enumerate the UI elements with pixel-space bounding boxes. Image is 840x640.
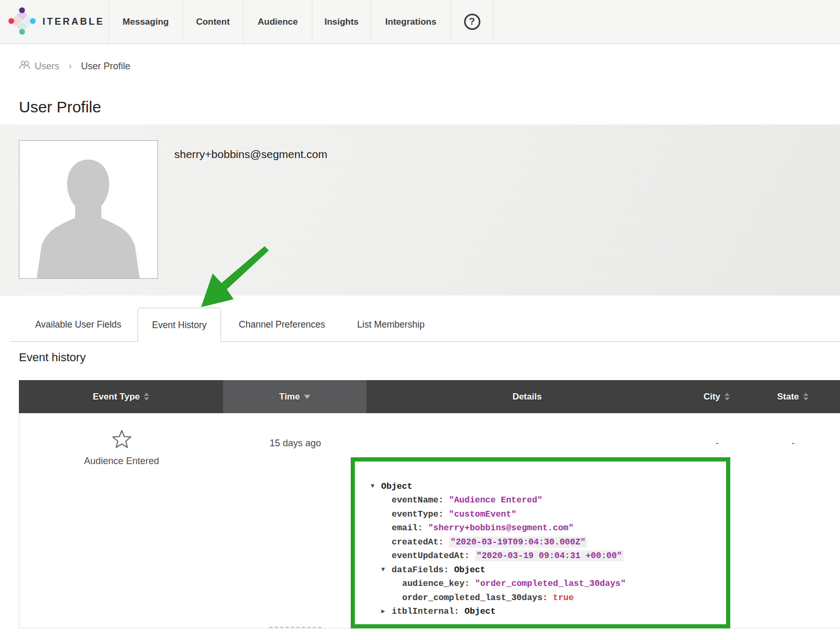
json-toggle-icon[interactable]: ▼ bbox=[381, 566, 392, 573]
json-toggle-icon[interactable]: ► bbox=[381, 608, 392, 615]
tab-channel-preferences[interactable]: Channel Preferences bbox=[221, 308, 343, 341]
nav-item-audience[interactable]: Audience bbox=[244, 0, 312, 44]
user-profile-page: ITERABLE MessagingContentAudienceInsight… bbox=[0, 0, 840, 640]
event-type-cell: Audience Entered bbox=[19, 413, 224, 628]
json-value: "order_completed_last_30days" bbox=[475, 579, 626, 589]
column-header-state[interactable]: State bbox=[746, 380, 840, 413]
json-toggle-icon[interactable]: ▼ bbox=[371, 482, 381, 490]
tab-list-membership[interactable]: List Membership bbox=[343, 308, 439, 341]
state-value: - bbox=[746, 413, 840, 628]
iterable-logo-icon bbox=[8, 7, 36, 37]
json-value: Object bbox=[454, 565, 485, 575]
json-line: createdAt: "2020-03-19T09:04:30.000Z" bbox=[371, 535, 726, 549]
column-header-city[interactable]: City bbox=[688, 380, 746, 413]
top-nav: ITERABLE MessagingContentAudienceInsight… bbox=[0, 0, 840, 44]
person-silhouette-icon bbox=[19, 141, 158, 278]
event-details-json: ▼ Object eventName: "Audience Entered" e… bbox=[351, 457, 730, 628]
breadcrumb-current: User Profile bbox=[81, 61, 130, 72]
json-line: eventName: "Audience Entered" bbox=[371, 494, 726, 508]
json-line: ▼ dataFields: Object bbox=[371, 563, 726, 577]
star-icon bbox=[112, 429, 132, 450]
json-value: "2020-03-19 09:04:31 +00:00" bbox=[475, 550, 624, 561]
json-value: "sherry+bobbins@segment.com" bbox=[428, 523, 573, 533]
column-label: City bbox=[704, 392, 720, 402]
breadcrumb: Users › User Profile bbox=[19, 59, 840, 73]
help-icon: ? bbox=[464, 14, 480, 30]
json-key: eventUpdatedAt: bbox=[392, 551, 470, 561]
column-label: Time bbox=[279, 392, 300, 402]
nav-item-messaging[interactable]: Messaging bbox=[109, 0, 183, 44]
json-value: "Audience Entered" bbox=[449, 495, 542, 505]
json-value: true bbox=[553, 593, 574, 603]
json-key: itblInternal: bbox=[392, 606, 459, 616]
json-key: audience_key: bbox=[402, 579, 470, 589]
json-line: email: "sherry+bobbins@segment.com" bbox=[371, 521, 726, 536]
json-value: "customEvent" bbox=[449, 509, 517, 519]
json-key: eventType: bbox=[392, 509, 444, 519]
tab-event-history[interactable]: Event History bbox=[138, 308, 221, 342]
nav-item-integrations[interactable]: Integrations bbox=[371, 0, 451, 44]
tab-available-user-fields[interactable]: Available User Fields bbox=[19, 308, 138, 341]
column-header-details: Details bbox=[366, 380, 688, 413]
sort-icon bbox=[144, 393, 149, 401]
json-value: "2020-03-19T09:04:30.000Z" bbox=[449, 537, 587, 548]
nav-item-insights[interactable]: Insights bbox=[312, 0, 371, 44]
user-email: sherry+bobbins@segment.com bbox=[174, 148, 328, 161]
breadcrumb-users-link[interactable]: Users bbox=[19, 60, 59, 72]
column-label: Event Type bbox=[93, 392, 140, 402]
breadcrumb-users-label: Users bbox=[35, 61, 59, 72]
column-label: State bbox=[777, 392, 799, 402]
json-line: ▼ Object bbox=[371, 479, 726, 494]
event-type-label: Audience Entered bbox=[84, 456, 159, 467]
iterable-logo[interactable]: ITERABLE bbox=[0, 0, 109, 44]
json-key: dataFields: bbox=[392, 565, 449, 575]
nav-item-content[interactable]: Content bbox=[183, 0, 244, 44]
tab-bar: Available User FieldsEvent HistoryChanne… bbox=[10, 296, 840, 342]
iterable-brand: ITERABLE bbox=[43, 16, 104, 27]
json-line: eventUpdatedAt: "2020-03-19 09:04:31 +00… bbox=[371, 549, 726, 563]
json-value: Object bbox=[465, 606, 496, 616]
json-value: Object bbox=[381, 481, 412, 491]
json-key: createdAt: bbox=[392, 537, 444, 547]
table-row: Audience Entered 15 days ago - - ▼ Objec… bbox=[19, 413, 840, 628]
json-line: order_completed_last_30days: true bbox=[371, 591, 726, 605]
help-button[interactable]: ? bbox=[451, 0, 494, 44]
time-cell: 15 days ago bbox=[224, 413, 367, 628]
json-line: eventType: "customEvent" bbox=[371, 507, 726, 521]
users-icon bbox=[19, 60, 31, 72]
page-title: User Profile bbox=[19, 98, 840, 117]
profile-hero: sherry+bobbins@segment.com bbox=[0, 124, 840, 296]
column-header-time[interactable]: Time bbox=[223, 380, 366, 413]
json-line: audience_key: "order_completed_last_30da… bbox=[371, 577, 726, 591]
sort-icon bbox=[304, 395, 310, 399]
json-line: ► itblInternal: Object bbox=[371, 605, 726, 619]
avatar bbox=[19, 140, 158, 279]
json-key: eventName: bbox=[392, 495, 444, 505]
section-heading: Event history bbox=[19, 350, 840, 365]
table-header: Event Type Time Details City State bbox=[19, 380, 840, 413]
breadcrumb-separator: › bbox=[69, 61, 71, 71]
json-key: email: bbox=[392, 523, 423, 533]
event-history-table: Event Type Time Details City State Audie… bbox=[19, 380, 840, 628]
sort-icon bbox=[803, 393, 808, 401]
json-key: order_completed_last_30days: bbox=[402, 593, 548, 603]
column-label: Details bbox=[512, 392, 542, 402]
event-time[interactable]: 15 days ago bbox=[269, 438, 321, 628]
sort-icon bbox=[724, 393, 730, 401]
column-header-event-type[interactable]: Event Type bbox=[19, 380, 223, 413]
